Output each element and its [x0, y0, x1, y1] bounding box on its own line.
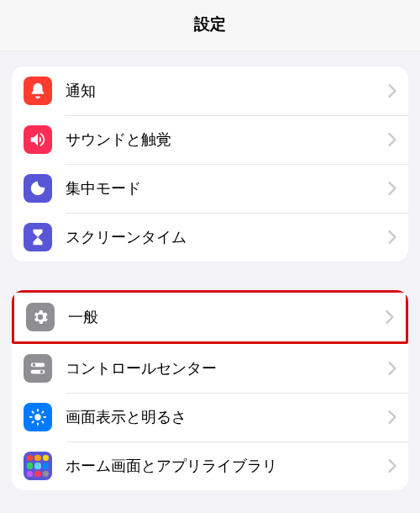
row-screen-time[interactable]: スクリーンタイム — [12, 213, 408, 262]
row-display-brightness[interactable]: 画面表示と明るさ — [12, 393, 408, 442]
chevron-right-icon — [388, 182, 396, 195]
row-home-screen[interactable]: ホーム画面とアプリライブラリ — [12, 442, 408, 490]
speaker-icon — [24, 125, 52, 154]
chevron-right-icon — [388, 362, 396, 375]
chevron-right-icon — [388, 459, 396, 473]
row-label: サウンドと触覚 — [66, 130, 388, 150]
header: 設定 — [0, 0, 420, 51]
row-general[interactable]: 一般 — [12, 290, 408, 344]
settings-content: 通知 サウンドと触覚 集中モード スクリーンタイム — [0, 51, 420, 490]
svg-point-2 — [33, 363, 36, 367]
row-label: 一般 — [68, 307, 386, 327]
chevron-right-icon — [388, 410, 396, 424]
row-label: スクリーンタイム — [66, 227, 388, 247]
chevron-right-icon — [388, 84, 396, 98]
svg-point-4 — [34, 414, 40, 420]
settings-group-2: 一般 コントロールセンター 画面表示と明るさ — [12, 290, 408, 490]
toggles-icon — [24, 354, 52, 383]
row-label: 画面表示と明るさ — [66, 407, 388, 427]
row-label: 通知 — [66, 81, 388, 101]
sun-icon — [24, 403, 52, 431]
moon-icon — [24, 174, 52, 203]
svg-point-3 — [40, 370, 44, 373]
row-sounds[interactable]: サウンドと触覚 — [12, 115, 408, 164]
row-label: コントロールセンター — [66, 358, 388, 378]
page-title: 設定 — [0, 13, 420, 35]
chevron-right-icon — [388, 133, 396, 146]
chevron-right-icon — [388, 230, 396, 244]
bell-icon — [24, 77, 52, 105]
row-notifications[interactable]: 通知 — [12, 66, 408, 115]
svg-line-7 — [32, 411, 33, 412]
row-control-center[interactable]: コントロールセンター — [12, 344, 408, 393]
chevron-right-icon — [386, 310, 394, 324]
settings-group-1: 通知 サウンドと触覚 集中モード スクリーンタイム — [12, 66, 408, 262]
svg-line-8 — [42, 421, 43, 422]
row-label: 集中モード — [66, 178, 388, 198]
gear-icon — [26, 303, 55, 331]
row-label: ホーム画面とアプリライブラリ — [66, 456, 388, 476]
svg-line-11 — [32, 421, 33, 422]
apps-grid-icon — [24, 452, 52, 480]
row-focus[interactable]: 集中モード — [12, 164, 408, 213]
hourglass-icon — [24, 223, 52, 251]
svg-line-12 — [42, 411, 43, 412]
